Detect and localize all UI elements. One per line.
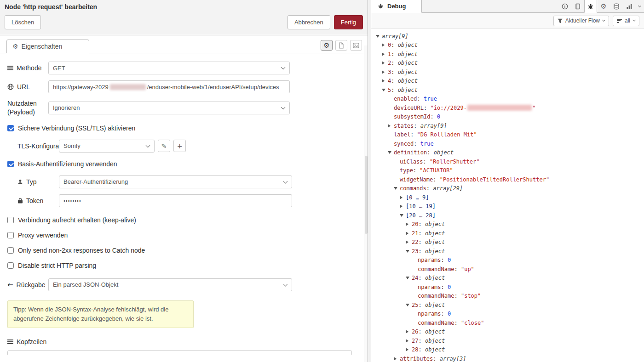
- headers-editor[interactable]: [7, 350, 352, 355]
- proxy-check-row: Proxy verwenden: [7, 232, 360, 239]
- method-select[interactable]: GET: [48, 62, 290, 74]
- debug-key: uiClass: [400, 158, 423, 165]
- tls-config-label: TLS-Konfiguration: [17, 142, 59, 150]
- tls-add-button[interactable]: +: [173, 140, 186, 152]
- flow-filter-button[interactable]: Aktueller Flow: [553, 16, 609, 26]
- debug-value-meta: object: [434, 149, 454, 156]
- debug-tree-row: 23: object: [376, 247, 644, 256]
- debug-key: 3: [388, 69, 391, 75]
- expand-caret-icon[interactable]: [406, 240, 412, 244]
- collapse-caret-icon[interactable]: [388, 151, 394, 154]
- keepalive-checkbox[interactable]: [7, 217, 14, 223]
- expand-caret-icon[interactable]: [382, 52, 388, 56]
- chevron-down-icon: [602, 18, 605, 22]
- collapse-caret-icon[interactable]: [406, 250, 412, 253]
- proxy-checkbox[interactable]: [7, 232, 14, 238]
- tab-debug-label: Debug: [387, 3, 406, 10]
- debug-tree-row: label: "DG Rollladen Mit": [376, 130, 644, 140]
- collapse-caret-icon[interactable]: [382, 89, 388, 91]
- catch-checkbox[interactable]: [7, 247, 14, 254]
- debug-key: 23: [412, 248, 418, 255]
- debug-tree-row: enabled: true: [376, 95, 644, 104]
- payload-select[interactable]: Ignorieren: [48, 102, 290, 114]
- debug-value-meta: object: [398, 42, 418, 48]
- expand-caret-icon[interactable]: [400, 204, 406, 208]
- tab-config-icon-button[interactable]: ⚙: [597, 0, 610, 12]
- tab-help-icon-button[interactable]: [571, 0, 584, 12]
- strict-checkbox[interactable]: [7, 262, 14, 269]
- debug-tree-row: states: array[9]: [376, 121, 644, 130]
- expand-caret-icon[interactable]: [382, 43, 388, 47]
- expand-caret-icon[interactable]: [406, 232, 412, 235]
- auth-type-select[interactable]: Bearer-Authentifizierung: [59, 175, 292, 188]
- chevron-down-icon: [281, 105, 286, 109]
- tls-edit-button[interactable]: ✎: [158, 140, 170, 152]
- properties-view-button[interactable]: ⚙: [321, 40, 333, 51]
- debug-tree-row: 21: object: [376, 229, 644, 238]
- return-select[interactable]: Ein parsed JSON-Objekt: [48, 278, 292, 291]
- ssl-checkbox[interactable]: [7, 125, 14, 131]
- return-row: ← Rückgabe Ein parsed JSON-Objekt: [7, 278, 360, 291]
- panel-resize-handle[interactable]: [368, 0, 371, 362]
- node-filter-button[interactable]: all: [613, 16, 639, 26]
- done-button[interactable]: Fertig: [334, 15, 363, 29]
- gear-icon: ⚙: [600, 2, 606, 11]
- debug-key: definition: [394, 149, 427, 156]
- edit-tray-scrollbar[interactable]: [364, 45, 368, 362]
- debug-tree-row: commandName: "stop": [376, 292, 644, 301]
- collapse-caret-icon[interactable]: [394, 187, 400, 190]
- token-input[interactable]: ••••••••: [59, 194, 292, 207]
- book-icon: [575, 3, 581, 10]
- expand-caret-icon[interactable]: [382, 79, 388, 83]
- edit-tray-title: Node 'http request' bearbeiten: [0, 0, 368, 12]
- edit-form: Methode GET URL https://gateway-2029 /en…: [0, 53, 368, 355]
- expand-caret-icon[interactable]: [382, 61, 388, 65]
- tab-dashboard-icon-button[interactable]: [623, 0, 636, 12]
- debug-value-meta: object: [425, 275, 445, 281]
- collapse-caret-icon[interactable]: [376, 35, 382, 38]
- appearance-view-button[interactable]: [350, 40, 362, 51]
- debug-tree-row: 22: object: [376, 238, 644, 247]
- debug-value-num: 0: [448, 284, 451, 290]
- payload-label: Nutzdaten (Payload): [7, 99, 48, 117]
- basic-auth-checkbox[interactable]: [7, 161, 14, 167]
- tab-info-icon-button[interactable]: [558, 0, 571, 12]
- url-input[interactable]: https://gateway-2029 /enduser-mobile-web…: [48, 80, 290, 93]
- expand-caret-icon[interactable]: [394, 357, 400, 361]
- tls-config-select[interactable]: Somfy: [59, 140, 155, 153]
- expand-caret-icon[interactable]: [400, 196, 406, 199]
- debug-value-meta: array[29]: [433, 185, 463, 192]
- scrollbar-thumb[interactable]: [365, 156, 368, 234]
- delete-button[interactable]: Löschen: [5, 15, 41, 29]
- flow-filter-label: Aktueller Flow: [565, 17, 600, 24]
- debug-value-meta: object: [398, 78, 418, 84]
- expand-caret-icon[interactable]: [406, 330, 412, 334]
- debug-value-meta: array[3]: [440, 356, 466, 362]
- debug-tree-row: 27: object: [376, 336, 644, 345]
- collapse-caret-icon[interactable]: [406, 304, 412, 306]
- info-icon: [562, 3, 568, 10]
- sidebar-tab-overflow-button[interactable]: [636, 0, 643, 12]
- expand-caret-icon[interactable]: [406, 339, 412, 343]
- tab-debug[interactable]: Debug: [371, 0, 422, 13]
- debug-key: 21: [412, 230, 418, 237]
- expand-caret-icon[interactable]: [406, 348, 412, 351]
- debug-key: 22: [412, 239, 418, 245]
- expand-caret-icon[interactable]: [388, 124, 394, 128]
- expand-caret-icon[interactable]: [382, 70, 388, 74]
- cancel-button[interactable]: Abbrechen: [288, 15, 330, 29]
- expand-caret-icon[interactable]: [406, 222, 412, 226]
- debug-key: 28: [412, 346, 418, 353]
- auth-type-value: Bearer-Authentifizierung: [63, 178, 128, 185]
- debug-tree-row: 2: object: [376, 59, 644, 68]
- debug-tree-row: 1: object: [376, 50, 644, 59]
- tab-properties[interactable]: ⚙ Eigenschaften: [6, 40, 89, 53]
- debug-key: deviceURL: [394, 105, 424, 111]
- collapse-caret-icon[interactable]: [400, 214, 406, 217]
- debug-tree-row: 20: object: [376, 220, 644, 229]
- description-view-button[interactable]: [335, 40, 347, 51]
- tab-context-icon-button[interactable]: [610, 0, 623, 12]
- collapse-caret-icon[interactable]: [406, 277, 412, 279]
- debug-value-meta: object: [425, 302, 445, 308]
- tab-debug-icon-button[interactable]: [584, 0, 597, 13]
